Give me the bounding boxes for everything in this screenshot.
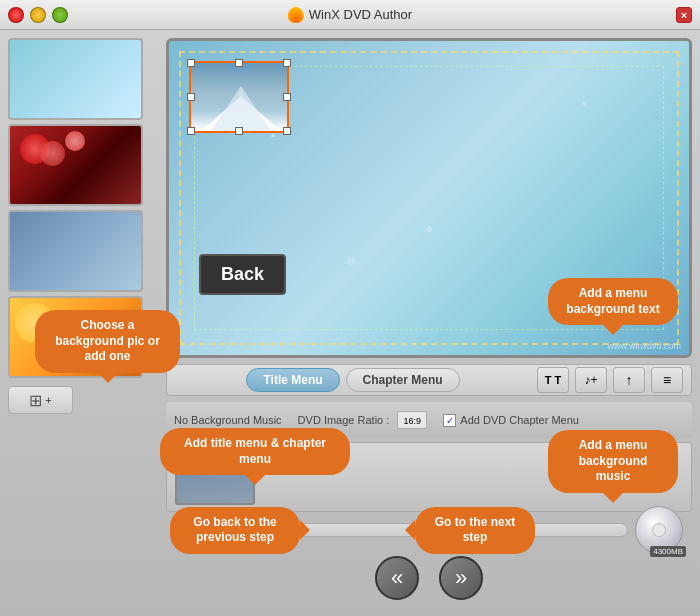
maximize-button[interactable] — [30, 7, 46, 23]
sidebar-item-bg1[interactable] — [8, 38, 143, 120]
bottom-section: No Background Music DVD Image Ratio : 16… — [166, 402, 692, 608]
app-icon — [288, 7, 304, 23]
grid-tool-button[interactable]: ≡ — [651, 367, 683, 393]
content-area: Back Choose a background pic or add one … — [166, 38, 692, 608]
restore-button[interactable] — [52, 7, 68, 23]
add-icon: ⊞ — [29, 391, 42, 410]
back-button[interactable]: Back — [199, 254, 286, 295]
text-tool-button[interactable]: T T — [537, 367, 569, 393]
dvd-ratio-value[interactable]: 16:9 — [397, 411, 427, 429]
minimize-button[interactable] — [8, 7, 24, 23]
tab-title-menu[interactable]: Title Menu — [246, 368, 339, 392]
resize-handle-l[interactable] — [187, 93, 195, 101]
main-area: ⊞ + — [0, 30, 700, 616]
disc-hole — [652, 523, 666, 537]
close-button[interactable]: × — [676, 7, 692, 23]
resize-handle-t[interactable] — [235, 59, 243, 67]
prev-icon: « — [391, 565, 403, 591]
prev-step-button[interactable]: « — [375, 556, 419, 600]
strip-thumbnail[interactable] — [175, 450, 255, 505]
sidebar: ⊞ + — [8, 38, 158, 608]
play-icon — [129, 362, 137, 372]
window-controls — [8, 7, 68, 23]
sidebar-item-bg2[interactable] — [8, 124, 143, 206]
controls-row: No Background Music DVD Image Ratio : 16… — [166, 402, 692, 438]
sidebar-item-bg4[interactable] — [8, 296, 143, 378]
add-background-button[interactable]: ⊞ + — [8, 386, 73, 414]
chapter-menu-label: Add DVD Chapter Menu — [460, 414, 579, 426]
chapter-menu-checkbox-row: ✓ Add DVD Chapter Menu — [443, 414, 579, 427]
app-title: WinX DVD Author — [288, 7, 412, 23]
dvd-type-label: DVD -5 — [174, 524, 214, 536]
no-bg-music-label: No Background Music — [174, 414, 282, 426]
sidebar-item-bg3[interactable] — [8, 210, 143, 292]
bottom-strip: Add title menu & chapter menu Add a menu… — [166, 442, 692, 512]
preview-thumbnail[interactable] — [189, 61, 289, 133]
progress-bar — [220, 523, 628, 537]
resize-handle-r[interactable] — [283, 93, 291, 101]
progress-row: DVD -5 4300MB — [166, 516, 692, 544]
preview-area: Back Choose a background pic or add one … — [166, 38, 692, 358]
resize-handle-tr[interactable] — [283, 59, 291, 67]
tab-bar: Title Menu Chapter Menu T T ♪+ ↑ ≡ — [166, 364, 692, 396]
music-tool-button[interactable]: ♪+ — [575, 367, 607, 393]
upload-tool-button[interactable]: ↑ — [613, 367, 645, 393]
progress-bar-fill — [221, 524, 241, 536]
resize-handle-b[interactable] — [235, 127, 243, 135]
chapter-menu-checkbox[interactable]: ✓ — [443, 414, 456, 427]
nav-area: Go back to the previous step « » Go to t… — [166, 548, 692, 608]
next-step-button[interactable]: » — [439, 556, 483, 600]
title-bar: WinX DVD Author × — [0, 0, 700, 30]
resize-handle-br[interactable] — [283, 127, 291, 135]
resize-handle-bl[interactable] — [187, 127, 195, 135]
dvd-ratio-label: DVD Image Ratio : — [298, 414, 390, 426]
preview-thumb-inner — [191, 63, 287, 131]
tab-chapter-menu[interactable]: Chapter Menu — [346, 368, 460, 392]
next-icon: » — [455, 565, 467, 591]
watermark: www.winxdvd.com — [607, 341, 681, 351]
resize-handle-tl[interactable] — [187, 59, 195, 67]
